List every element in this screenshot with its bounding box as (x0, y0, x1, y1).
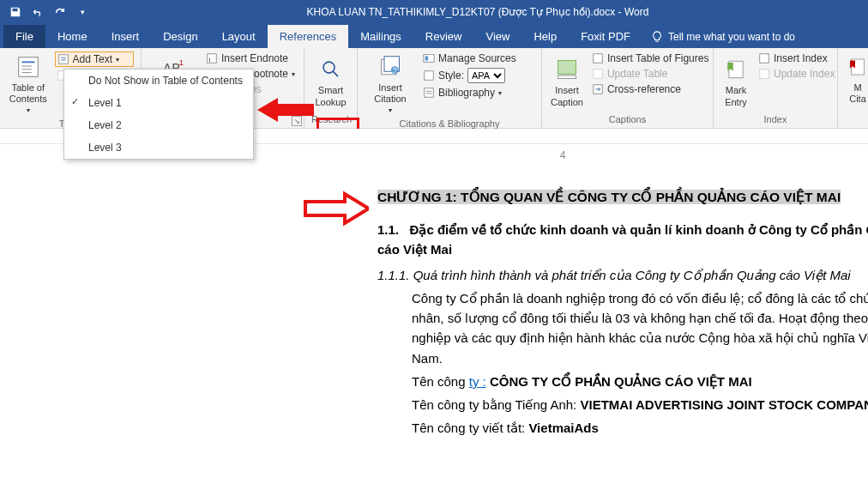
manage-sources-icon (423, 52, 435, 64)
endnote-icon: i (206, 52, 218, 64)
add-text-button[interactable]: Add Text ▾ (55, 51, 135, 67)
tab-references[interactable]: References (268, 25, 348, 48)
update-index-button[interactable]: Update Index (756, 67, 836, 81)
lightbulb-icon (651, 31, 663, 43)
mark-entry-button[interactable]: Mark Entry (720, 51, 751, 112)
save-button[interactable] (5, 2, 26, 22)
svg-rect-23 (558, 61, 576, 75)
chevron-down-icon: ▾ (498, 89, 502, 97)
ribbon: Table of Contents ▾ Add Text ▾ Update Ta… (0, 48, 868, 129)
insert-caption-button[interactable]: Insert Caption (549, 51, 585, 112)
svg-marker-32 (257, 98, 314, 122)
insert-citation-button[interactable]: ? Insert Citation ▾ (365, 51, 416, 117)
heading-1-1[interactable]: 1.1. Đặc điểm về tổ chức kinh doanh và q… (377, 220, 868, 260)
svg-rect-26 (594, 70, 603, 79)
dropdown-level-1[interactable]: Level 1 (64, 92, 253, 114)
svg-rect-24 (558, 76, 576, 79)
caption-icon (553, 56, 581, 83)
chevron-down-icon: ▾ (389, 106, 392, 115)
page-number: 4 (257, 144, 868, 170)
tab-mailings[interactable]: Mailings (348, 25, 413, 48)
tab-layout[interactable]: Layout (210, 25, 268, 48)
svg-rect-0 (19, 57, 39, 77)
group-label-captions: Captions (549, 112, 706, 126)
mark-citation-button[interactable]: M Cita (845, 51, 868, 106)
add-text-dropdown: Do Not Show in Table of Contents Level 1… (63, 69, 254, 160)
tell-me-label: Tell me what you want to do (668, 31, 795, 43)
svg-rect-5 (58, 55, 68, 64)
update-tof-button[interactable]: Update Table (590, 67, 711, 81)
tell-me[interactable]: Tell me what you want to do (642, 26, 804, 48)
svg-rect-25 (594, 54, 603, 64)
svg-line-12 (333, 72, 338, 77)
title-bar: ▾ KHOA LUAN TN_TATHIKIMLY_D12KT07 (Được … (0, 0, 868, 24)
style-select[interactable]: APA (467, 68, 505, 83)
dropdown-level-2[interactable]: Level 2 (64, 114, 253, 136)
mark-citation-icon (844, 53, 868, 81)
tab-view[interactable]: View (473, 25, 521, 48)
toc-icon (15, 53, 42, 81)
redo-button[interactable] (50, 2, 70, 22)
citation-style[interactable]: Style: APA (421, 67, 518, 84)
tab-foxit[interactable]: Foxit PDF (569, 25, 642, 48)
qat-customize[interactable]: ▾ (72, 2, 93, 22)
undo-button[interactable] (27, 2, 48, 22)
annotation-arrow-2 (302, 191, 369, 227)
svg-point-11 (323, 62, 335, 73)
group-captions: Insert Caption Insert Table of Figures U… (542, 48, 714, 128)
toc-button[interactable]: Table of Contents ▾ (7, 51, 50, 117)
svg-marker-33 (305, 194, 369, 223)
cross-reference-button[interactable]: Cross-reference (590, 82, 711, 96)
window-title: KHOA LUAN TN_TATHIKIMLY_D12KT07 (Được Tự… (93, 6, 863, 18)
chevron-down-icon: ▾ (27, 106, 30, 115)
document-area[interactable]: CHƯƠNG 1: TỔNG QUAN VỀ CÔNG TY CỔ PHẦN Q… (86, 170, 868, 439)
group-citations: ? Insert Citation ▾ Manage Sources Style… (358, 48, 542, 128)
svg-text:1: 1 (179, 58, 184, 67)
update-index-icon (758, 68, 770, 80)
toc-label: Table of Contents (9, 82, 47, 105)
heading-1-1-1[interactable]: 1.1.1. Quá trình hình thành và phát triể… (377, 265, 868, 285)
hyperlink-ty[interactable]: ty : (469, 374, 486, 389)
svg-rect-30 (760, 70, 769, 79)
smart-lookup-icon (317, 56, 345, 83)
ribbon-tabs: File Home Insert Design Layout Reference… (0, 24, 868, 48)
tab-home[interactable]: Home (45, 25, 99, 48)
add-text-label: Add Text (73, 53, 112, 65)
manage-sources-button[interactable]: Manage Sources (421, 51, 518, 65)
group-authorities: M Cita (838, 48, 867, 128)
svg-text:?: ? (393, 66, 397, 75)
add-text-icon (57, 53, 69, 65)
cross-ref-icon (592, 83, 604, 95)
paragraph-company-en[interactable]: Tên công ty bằng Tiếng Anh: VIETMAI ADVE… (377, 395, 868, 414)
group-index: Mark Entry Insert Index Update Index Ind… (714, 48, 838, 128)
insert-index-icon (758, 52, 770, 64)
paragraph-1[interactable]: Công ty Cổ phần là doanh nghiệp trong đó… (377, 288, 868, 368)
tab-review[interactable]: Review (413, 25, 474, 48)
svg-rect-18 (425, 56, 429, 60)
insert-index-button[interactable]: Insert Index (756, 51, 836, 65)
quick-access-toolbar: ▾ (5, 2, 93, 22)
dropdown-level-3[interactable]: Level 3 (64, 136, 253, 159)
tab-insert[interactable]: Insert (99, 25, 152, 48)
bibliography-button[interactable]: Bibliography ▾ (421, 86, 518, 100)
style-icon (423, 70, 435, 82)
svg-rect-19 (425, 71, 434, 81)
svg-rect-29 (760, 54, 769, 64)
annotation-arrow-1 (257, 93, 317, 127)
tab-file[interactable]: File (3, 25, 45, 48)
citation-icon: ? (377, 53, 404, 81)
chevron-down-icon: ▾ (292, 70, 295, 78)
bibliography-icon (423, 87, 435, 99)
paragraph-company-name[interactable]: Tên công ty : CÔNG TY CỔ PHẦN QUẢNG CÁO … (377, 372, 868, 391)
update-icon (592, 68, 604, 80)
svg-rect-20 (425, 88, 434, 98)
heading-chapter[interactable]: CHƯƠNG 1: TỔNG QUAN VỀ CÔNG TY CỔ PHẦN Q… (377, 190, 841, 204)
insert-endnote-button[interactable]: i Insert Endnote (204, 51, 297, 65)
insert-tof-button[interactable]: Insert Table of Figures (590, 51, 711, 65)
paragraph-company-short[interactable]: Tên công ty viết tắt: VietmaiAds (377, 418, 868, 438)
dropdown-dont-show[interactable]: Do Not Show in Table of Contents (64, 70, 253, 92)
tab-design[interactable]: Design (151, 25, 209, 48)
mark-entry-icon (722, 56, 750, 83)
chevron-down-icon: ▾ (116, 56, 119, 64)
tab-help[interactable]: Help (521, 25, 569, 48)
